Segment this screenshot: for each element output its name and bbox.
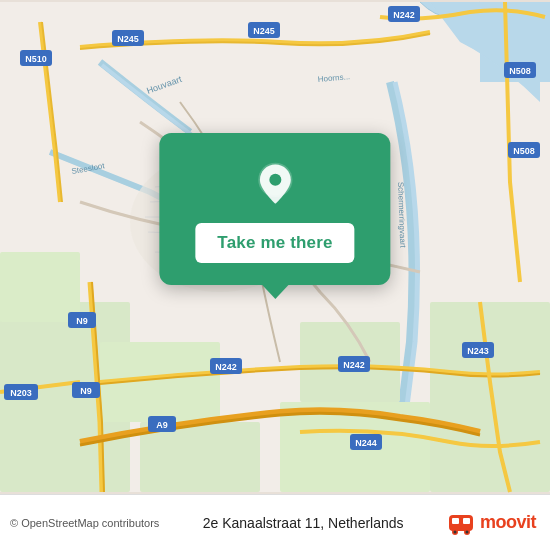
svg-text:N244: N244 bbox=[355, 438, 377, 448]
take-me-there-button[interactable]: Take me there bbox=[195, 223, 354, 263]
svg-text:N245: N245 bbox=[253, 26, 275, 36]
svg-text:N242: N242 bbox=[215, 362, 237, 372]
svg-text:N9: N9 bbox=[80, 386, 92, 396]
svg-text:N203: N203 bbox=[10, 388, 32, 398]
svg-rect-21 bbox=[430, 302, 550, 492]
svg-rect-63 bbox=[463, 518, 470, 524]
svg-text:N508: N508 bbox=[509, 66, 531, 76]
svg-text:N242: N242 bbox=[393, 10, 415, 20]
svg-rect-24 bbox=[140, 422, 260, 492]
svg-point-60 bbox=[269, 174, 281, 186]
location-pin-icon bbox=[251, 161, 299, 209]
footer-bar: © OpenStreetMap contributors 2e Kanaalst… bbox=[0, 494, 550, 550]
svg-text:N242: N242 bbox=[343, 360, 365, 370]
map-container: N510 N245 N245 N242 N508 N508 N9 N9 bbox=[0, 0, 550, 494]
svg-rect-18 bbox=[0, 252, 80, 322]
svg-rect-62 bbox=[452, 518, 459, 524]
svg-text:N510: N510 bbox=[25, 54, 47, 64]
moovit-logo: moovit bbox=[447, 509, 536, 537]
popup-card: Take me there bbox=[159, 133, 390, 285]
svg-text:A9: A9 bbox=[156, 420, 168, 430]
svg-text:N245: N245 bbox=[117, 34, 139, 44]
moovit-icon bbox=[447, 509, 475, 537]
svg-point-67 bbox=[465, 530, 468, 533]
app: N510 N245 N245 N242 N508 N508 N9 N9 bbox=[0, 0, 550, 550]
svg-text:N508: N508 bbox=[513, 146, 535, 156]
svg-text:N243: N243 bbox=[467, 346, 489, 356]
osm-attribution: © OpenStreetMap contributors bbox=[10, 517, 159, 529]
svg-point-66 bbox=[453, 530, 456, 533]
moovit-brand-text: moovit bbox=[480, 512, 536, 533]
address-label: 2e Kanaalstraat 11, Netherlands bbox=[159, 515, 447, 531]
svg-text:N9: N9 bbox=[76, 316, 88, 326]
